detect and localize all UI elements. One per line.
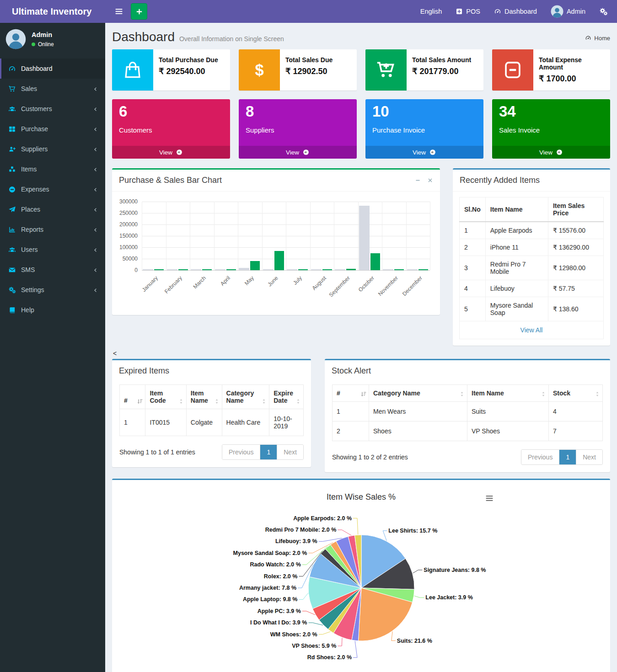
column-header-item-name[interactable]: Item Name [186,385,222,409]
view-link[interactable]: View [492,146,610,159]
sort-icon [178,398,184,405]
bar-purchase-november[interactable] [383,269,393,270]
chart-context-menu-icon[interactable] [485,494,494,503]
pie-label-vp-shoes: VP Shoes: 5.9 % [292,643,336,649]
bar-sales-may[interactable] [250,261,260,270]
sidebar-item-users[interactable]: Users [0,240,105,260]
view-link[interactable]: View [112,146,230,159]
sidebar-item-reports[interactable]: Reports [0,219,105,240]
bar-sales-march[interactable] [202,269,212,270]
sidebar-item-help[interactable]: Help [0,300,105,320]
view-link[interactable]: View [239,146,357,159]
pie-label-redmi-pro-7-mobile: Redmi Pro 7 Mobile: 2.0 % [265,527,337,533]
angle-left-icon [93,207,98,212]
bar-sales-december[interactable] [418,269,428,270]
collapse-icon[interactable] [415,177,421,183]
pagination-page-1[interactable]: 1 [260,445,277,459]
pie-label-connector [338,530,351,535]
panel-header: Purchase & Sales Bar Chart [112,170,440,192]
pagination-next[interactable]: Next [277,445,303,459]
pie-label-armany-jacket: Armany jacket: 7.8 % [239,585,296,591]
pie-chart: Lee Shirts: 15.7 %Signature Jeans: 9.8 %… [112,503,610,672]
info-box-value: ₹ 1700.00 [539,74,605,84]
info-box-label: Total Expense Amount [539,56,605,71]
panel-header: Stock Alert [325,360,610,382]
bar-purchase-december[interactable] [407,269,418,270]
bar-sales-april[interactable] [226,269,236,270]
pie-label-lee-shirts: Lee Shirts: 15.7 % [388,528,437,534]
expired-items-table: #Item CodeItem NameCategory NameExpire D… [119,384,304,436]
sidebar-item-places[interactable]: Places [0,199,105,219]
column-header-expire-date[interactable]: Expire Date [269,385,304,409]
sidebar-item-label: Items [21,165,37,173]
column-header-item-code[interactable]: Item Code [145,385,186,409]
close-icon[interactable] [427,177,433,183]
sort-icon [540,391,547,397]
sidebar-item-expenses[interactable]: Expenses [0,179,105,199]
bar-purchase-january[interactable] [143,269,153,270]
column-header-item-name[interactable]: Item Name [467,385,549,402]
summary-card-customers[interactable]: 6CustomersView [112,99,230,159]
sidebar-item-settings[interactable]: Settings [0,280,105,300]
breadcrumb[interactable]: Home [585,35,610,42]
summary-card-sales-invoice[interactable]: 34Sales InvoiceView [492,99,610,159]
dashboard-link[interactable]: Dashboard [494,8,537,15]
summary-card-row: 6CustomersView8SuppliersView10Purchase I… [112,99,610,159]
table-row: 2ShoesVP Shoes7 [333,421,603,441]
settings-gears-icon[interactable] [599,7,608,16]
pagination-page-1[interactable]: 1 [559,450,576,464]
sidebar-item-sms[interactable]: SMS [0,260,105,280]
sidebar-toggle-icon[interactable] [114,7,123,16]
view-all-link[interactable]: View All [459,321,604,339]
summary-card-purchase-invoice[interactable]: 10Purchase InvoiceView [365,99,483,159]
sidebar-item-customers[interactable]: Customers [0,99,105,119]
sidebar-item-items[interactable]: Items [0,159,105,179]
minus-square-icon [502,59,523,80]
brand-logo[interactable]: Ultimate Inventory [0,0,105,23]
view-link[interactable]: View [365,146,483,159]
quick-add-button[interactable] [131,3,147,20]
pie-label-connector [299,593,308,599]
language-menu[interactable]: English [420,8,442,15]
column-header-category-name[interactable]: Category Name [222,385,269,409]
bar-purchase-june[interactable] [263,269,274,270]
bar-purchase-september[interactable] [335,269,345,270]
table-row: 1IT0015ColgateHealth Care10-10-2019 [120,409,304,436]
bar-purchase-august[interactable] [311,269,322,270]
sidebar-item-sales[interactable]: Sales [0,79,105,99]
pie-label-apple-pc: Apple PC: 3.9 % [258,608,301,614]
info-box-icon-block [365,49,407,91]
bar-sales-february[interactable] [178,269,188,270]
pagination-previous[interactable]: Previous [521,450,559,464]
bar-purchase-may[interactable] [239,268,249,270]
column-header-category-name[interactable]: Category Name [369,385,467,402]
pagination-next[interactable]: Next [576,450,602,464]
table-cell: 1 [460,222,486,239]
bar-purchase-march[interactable] [191,269,201,270]
bar-sales-june[interactable] [274,251,284,271]
pos-link[interactable]: POS [456,8,480,15]
bar-sales-october[interactable] [370,253,380,271]
pagination-previous[interactable]: Previous [222,445,260,459]
bar-purchase-july[interactable] [287,269,297,270]
bar-purchase-april[interactable] [215,269,225,270]
bar-sales-august[interactable] [322,269,332,270]
bar-sales-july[interactable] [298,269,308,270]
user-status[interactable]: Online [32,41,54,48]
summary-card-suppliers[interactable]: 8SuppliersView [239,99,357,159]
sidebar-item-dashboard[interactable]: Dashboard [0,59,105,79]
column-header--[interactable]: # [120,385,145,409]
bar-purchase-october[interactable] [359,206,370,271]
pie-label-rolex: Rolex: 2.0 % [264,573,298,580]
bar-purchase-february[interactable] [167,269,177,270]
user-menu[interactable]: Admin [551,5,585,18]
gridline [310,202,311,270]
column-header--[interactable]: # [333,385,369,402]
stock-alert-panel: Stock Alert #Category NameItem NameStock… [325,359,610,472]
bar-sales-january[interactable] [154,269,164,270]
bar-sales-november[interactable] [394,269,404,270]
sidebar-item-purchase[interactable]: Purchase [0,119,105,139]
bar-sales-september[interactable] [346,269,356,271]
sidebar-item-suppliers[interactable]: Suppliers [0,139,105,159]
column-header-stock[interactable]: Stock [549,385,603,402]
